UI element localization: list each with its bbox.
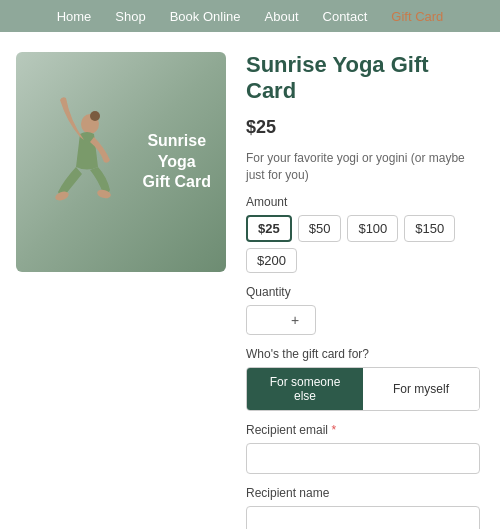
product-image-panel: Sunrise Yoga Gift Card [16,52,226,272]
amount-label: Amount [246,195,480,209]
recipient-myself-button[interactable]: For myself [363,368,479,410]
quantity-stepper: 1 + [246,305,316,335]
amount-btn-25[interactable]: $25 [246,215,292,242]
nav-about[interactable]: About [265,9,299,24]
amount-btn-50[interactable]: $50 [298,215,342,242]
recipient-email-section: Recipient email * [246,423,480,474]
amount-btn-150[interactable]: $150 [404,215,455,242]
quantity-value[interactable]: 1 [247,309,283,332]
nav-contact[interactable]: Contact [323,9,368,24]
product-image-text: Sunrise Yoga Gift Card [132,52,227,272]
nav-book-online[interactable]: Book Online [170,9,241,24]
recipient-email-input[interactable] [246,443,480,474]
recipient-name-label: Recipient name [246,486,480,500]
recipient-email-label: Recipient email * [246,423,480,437]
product-title: Sunrise Yoga Gift Card [246,52,480,105]
quantity-section: Quantity 1 + [246,285,480,335]
main-content: Sunrise Yoga Gift Card Sunrise Yoga Gift… [0,32,500,529]
quantity-label: Quantity [246,285,480,299]
product-price: $25 [246,117,480,138]
product-description: For your favorite yogi or yogini (or may… [246,150,480,184]
amount-section: Amount $25 $50 $100 $150 $200 [246,195,480,273]
product-details-panel: Sunrise Yoga Gift Card $25 For your favo… [246,52,480,529]
amount-options: $25 $50 $100 $150 $200 [246,215,480,273]
amount-btn-200[interactable]: $200 [246,248,297,273]
recipient-label: Who's the gift card for? [246,347,480,361]
recipient-section: Who's the gift card for? For someone els… [246,347,480,411]
nav-home[interactable]: Home [57,9,92,24]
yoga-figure-icon [22,72,132,272]
amount-btn-100[interactable]: $100 [347,215,398,242]
recipient-someone-else-button[interactable]: For someone else [247,368,363,410]
image-title: Sunrise Yoga Gift Card [143,131,211,193]
svg-point-1 [90,111,100,121]
nav-shop[interactable]: Shop [115,9,145,24]
nav-gift-card[interactable]: Gift Card [391,9,443,24]
recipient-name-section: Recipient name [246,486,480,529]
navigation: Home Shop Book Online About Contact Gift… [0,0,500,32]
quantity-plus-button[interactable]: + [283,306,307,334]
recipient-toggle: For someone else For myself [246,367,480,411]
recipient-name-input[interactable] [246,506,480,529]
